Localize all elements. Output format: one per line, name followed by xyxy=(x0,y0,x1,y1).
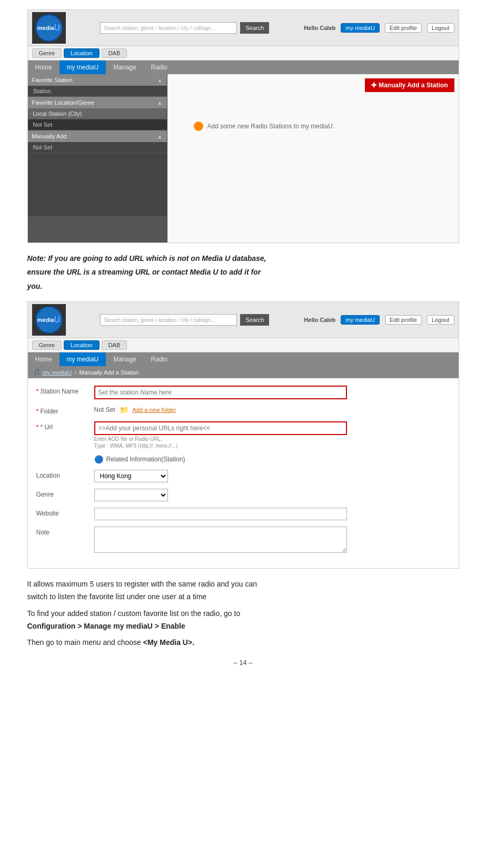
url-hint-1: Enter AOD file or Radio URL. xyxy=(94,436,347,442)
related-info-row: 🔵 Related Information(Station) xyxy=(36,455,450,463)
search-button-2[interactable]: Search xyxy=(240,314,269,326)
url-label: * * Url xyxy=(36,421,94,431)
my-mediau-btn-2[interactable]: my mediaU xyxy=(341,315,380,325)
location-tab-2[interactable]: Location xyxy=(64,340,100,350)
logo-area-2: mediaU xyxy=(32,304,66,336)
search-button-1[interactable]: Search xyxy=(240,22,269,34)
edit-profile-btn-2[interactable]: Edit profile xyxy=(385,315,422,325)
genre-tab-1[interactable]: Genre xyxy=(32,48,62,58)
nav-radio-2[interactable]: Radio xyxy=(144,352,175,366)
breadcrumb-page: Manually Add a Station xyxy=(80,369,139,376)
main-nav-1: Home my mediaU Manage Radio xyxy=(28,60,459,74)
required-star-1: * xyxy=(36,388,41,395)
sidebar-manually-header: Manually Add ▲ xyxy=(28,130,167,142)
sidebar-manually-label: Manually Add xyxy=(32,133,67,139)
location-label: Location xyxy=(36,470,94,479)
screenshot-1: media U Search station, genre / location… xyxy=(27,9,459,243)
nav-home-2[interactable]: Home xyxy=(28,352,59,366)
bottom-para1-line2: switch to listen the favorite list under… xyxy=(27,592,207,601)
genre-tab-2[interactable]: Genre xyxy=(32,340,62,350)
nav-mymediau-1[interactable]: my mediaU xyxy=(59,60,106,74)
logo-1: media U xyxy=(35,14,63,42)
sidebar-empty xyxy=(28,153,167,216)
logo-area-1: media U xyxy=(32,12,66,44)
edit-profile-btn-1[interactable]: Edit profile xyxy=(385,23,422,33)
station-name-row: * Station Name xyxy=(36,386,450,399)
top-right-2: Hello Caleb my mediaU Edit profile Logou… xyxy=(304,315,454,325)
note-line1: Note: If you are going to add URL which … xyxy=(27,254,266,263)
dab-tab-2[interactable]: DAB xyxy=(102,340,127,350)
nav-mymediau-2[interactable]: my mediaU xyxy=(59,352,106,366)
search-box-2[interactable]: Search station, genre / location / city … xyxy=(100,314,237,326)
sidebar-fav-station-header: Favorite Station ▲ xyxy=(28,74,167,86)
note-line2: ensure the URL is a streaming URL or con… xyxy=(27,268,261,276)
sc1-main-panel: ✚ Manually Add a Station Add some new Ra… xyxy=(167,74,459,243)
folder-label: * Folder xyxy=(36,406,94,415)
form-area: * Station Name * Folder Not Set 📁 Add a … xyxy=(28,378,459,568)
sidebar-fav-station-label: Favorite Station xyxy=(32,77,73,83)
nav-manage-1[interactable]: Manage xyxy=(106,60,143,74)
location-tab-1[interactable]: Location xyxy=(64,48,100,58)
url-input[interactable] xyxy=(94,421,347,435)
bottom-para1-line1: It allows maximum 5 users to register wi… xyxy=(27,580,257,588)
location-row: Location Hong Kong xyxy=(36,470,450,482)
note-label: Note xyxy=(36,527,94,536)
breadcrumb: 🎵 my mediaU > Manually Add a Station xyxy=(28,366,459,378)
sidebar-station-item[interactable]: Station xyxy=(28,86,167,97)
website-row: Website xyxy=(36,508,450,520)
bottom-para3-line1: Then go to main menu and choose xyxy=(27,638,143,647)
bottom-para2-bold: Configuration > Manage my mediaU > Enabl… xyxy=(27,622,185,630)
website-control xyxy=(94,508,347,520)
sidebar-local-station[interactable]: Local Station (City) xyxy=(28,108,167,119)
search-area-1: Search station, genre / location / city … xyxy=(100,22,269,34)
station-name-input[interactable] xyxy=(94,386,347,399)
top-right-1: Hello Caleb my mediaU Edit profile Logou… xyxy=(304,23,454,33)
genre-control xyxy=(94,489,347,501)
related-info-text: Related Information(Station) xyxy=(106,456,185,463)
note-section: Note: If you are going to add URL which … xyxy=(27,253,459,292)
sidebar-1: Favorite Station ▲ Station Favorite Loca… xyxy=(28,74,167,243)
station-name-control xyxy=(94,386,347,399)
search-placeholder-1: Search station, genre / location / city … xyxy=(104,25,215,31)
breadcrumb-icon: 🎵 xyxy=(33,369,41,376)
required-star-2: * xyxy=(36,408,41,415)
caret-icon-1: ▲ xyxy=(157,77,163,83)
caret-icon-2: ▲ xyxy=(157,100,163,106)
user-greeting-1: Hello Caleb xyxy=(304,25,335,31)
nav-home-1[interactable]: Home xyxy=(28,60,59,74)
bottom-para2-line1: To find your added station / custom favo… xyxy=(27,609,241,618)
website-label: Website xyxy=(36,508,94,517)
website-input[interactable] xyxy=(94,508,347,520)
note-row: Note xyxy=(36,527,450,554)
caret-icon-3: ▲ xyxy=(157,134,163,139)
url-row: * * Url Enter AOD file or Radio URL. Typ… xyxy=(36,421,450,449)
my-mediau-btn-1[interactable]: my mediaU xyxy=(341,23,380,33)
logo-2: mediaU xyxy=(35,306,63,334)
folder-row: * Folder Not Set 📁 Add a new folder xyxy=(36,406,450,415)
nav-radio-1[interactable]: Radio xyxy=(144,60,175,74)
sidebar-not-set-1: Not Set xyxy=(28,119,167,130)
folder-row-inner: Not Set 📁 Add a new folder xyxy=(94,406,347,414)
genre-select[interactable] xyxy=(94,489,168,501)
genre-row: Genre xyxy=(36,489,450,501)
url-label-text: * Url xyxy=(41,423,53,431)
station-name-label-text: Station Name xyxy=(41,388,79,395)
nav-manage-2[interactable]: Manage xyxy=(106,352,143,366)
top-bar-2: mediaU Search station, genre / location … xyxy=(28,302,459,338)
main-nav-2: Home my mediaU Manage Radio xyxy=(28,352,459,366)
manually-add-station-btn[interactable]: ✚ Manually Add a Station xyxy=(365,78,454,92)
bottom-para3-bold: <My Media U>. xyxy=(143,638,194,647)
logout-btn-2[interactable]: Logout xyxy=(427,315,454,325)
dab-tab-1[interactable]: DAB xyxy=(102,48,127,58)
plus-icon-1: ✚ xyxy=(371,82,376,89)
breadcrumb-mymediau[interactable]: my mediaU xyxy=(43,369,72,376)
folder-value: Not Set xyxy=(94,406,115,413)
logout-btn-1[interactable]: Logout xyxy=(427,23,454,33)
folder-label-text: Folder xyxy=(41,408,58,415)
note-textarea[interactable] xyxy=(94,527,347,553)
note-line3: you. xyxy=(27,282,43,290)
search-box-1[interactable]: Search station, genre / location / city … xyxy=(100,22,237,34)
content-area-1: Favorite Station ▲ Station Favorite Loca… xyxy=(28,74,459,243)
location-select[interactable]: Hong Kong xyxy=(94,470,168,482)
add-folder-link[interactable]: Add a new folder xyxy=(133,407,176,413)
